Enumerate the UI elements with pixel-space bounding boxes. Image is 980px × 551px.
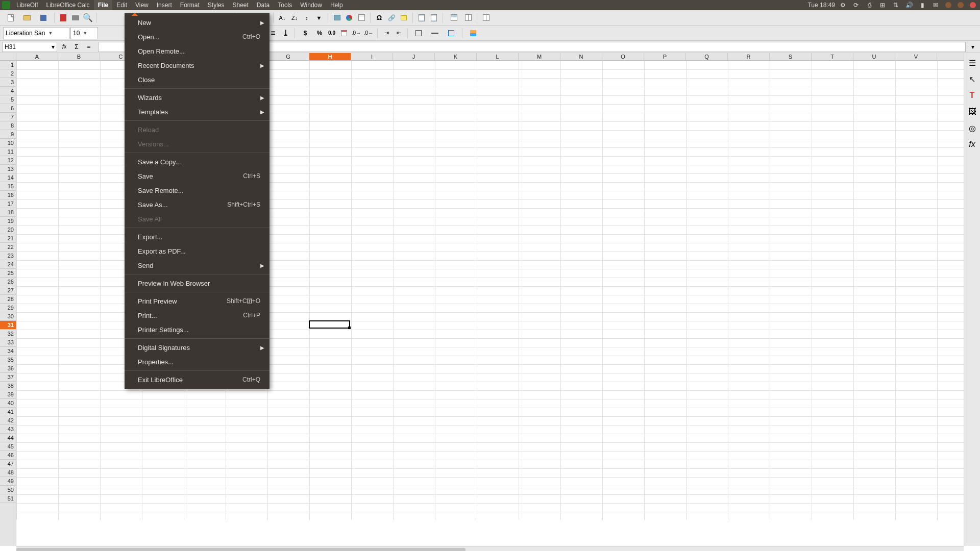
column-header-G[interactable]: G — [267, 53, 309, 60]
row-headers[interactable]: 1234567891011121314151617181920212223242… — [0, 61, 16, 546]
menu-help[interactable]: Help — [326, 0, 347, 10]
file-menu-save-a-copy[interactable]: Save a Copy... — [125, 155, 270, 169]
decrease-indent-button[interactable]: ⇤ — [393, 28, 404, 39]
file-menu-print-preview[interactable]: Print PreviewShift+Ctrl+O — [125, 294, 270, 308]
column-header-H[interactable]: H — [309, 53, 351, 60]
function-wizard-button[interactable]: fx — [59, 42, 69, 52]
row-header-48[interactable]: 48 — [0, 468, 16, 477]
sort-button[interactable]: ↕ — [301, 12, 312, 23]
border-style-button[interactable] — [427, 28, 443, 39]
column-header-O[interactable]: O — [602, 53, 644, 60]
sidebar-gallery-icon[interactable]: 🖼 — [967, 106, 978, 117]
settings-icon[interactable]: ⚙ — [839, 2, 846, 9]
row-header-45[interactable]: 45 — [0, 442, 16, 451]
file-menu-preview-in-web-browser[interactable]: Preview in Web Browser — [125, 276, 270, 290]
row-header-7[interactable]: 7 — [0, 113, 16, 121]
row-header-49[interactable]: 49 — [0, 477, 16, 486]
save-button[interactable] — [36, 12, 51, 23]
row-header-50[interactable]: 50 — [0, 486, 16, 494]
messages-icon[interactable]: ✉ — [932, 2, 939, 9]
add-decimal-button[interactable]: .0→ — [351, 28, 362, 39]
number-format-button[interactable]: 0.0 — [326, 28, 337, 39]
sidebar-functions-icon[interactable]: fx — [967, 139, 978, 150]
print-preview-button[interactable]: 🔍 — [82, 12, 93, 23]
network-icon[interactable]: ⇅ — [892, 2, 899, 9]
row-header-5[interactable]: 5 — [0, 95, 16, 104]
row-header-11[interactable]: 11 — [0, 147, 16, 156]
menu-format[interactable]: Format — [176, 0, 204, 10]
file-menu-close[interactable]: Close — [125, 72, 270, 87]
remove-decimal-button[interactable]: .0← — [363, 28, 374, 39]
row-header-20[interactable]: 20 — [0, 226, 16, 234]
column-header-B[interactable]: B — [58, 53, 100, 60]
menu-view[interactable]: View — [131, 0, 153, 10]
row-header-16[interactable]: 16 — [0, 191, 16, 199]
row-header-15[interactable]: 15 — [0, 182, 16, 191]
file-menu-templates[interactable]: Templates▶ — [125, 105, 270, 119]
file-menu-printer-settings[interactable]: Printer Settings... — [125, 322, 270, 337]
conditional-format-button[interactable] — [465, 28, 481, 39]
split-window-button[interactable] — [462, 12, 474, 23]
column-header-R[interactable]: R — [728, 53, 770, 60]
row-header-3[interactable]: 3 — [0, 78, 16, 87]
insert-hyperlink-button[interactable]: 🔗 — [386, 12, 397, 23]
borders-button[interactable] — [411, 28, 426, 39]
formula-accept-button[interactable]: = — [84, 42, 94, 52]
column-header-T[interactable]: T — [812, 53, 853, 60]
currency-format-button[interactable]: $ — [298, 28, 313, 39]
font-size-combo[interactable]: 10 ▼ — [70, 27, 98, 39]
file-menu-properties[interactable]: Properties... — [125, 355, 270, 369]
file-menu-open[interactable]: Open...Ctrl+O — [125, 30, 270, 44]
row-header-43[interactable]: 43 — [0, 425, 16, 434]
insert-chart-button[interactable] — [344, 12, 355, 23]
horizontal-scrollbar[interactable] — [16, 546, 964, 551]
column-header-A[interactable]: A — [16, 53, 58, 60]
row-header-24[interactable]: 24 — [0, 260, 16, 269]
column-header-P[interactable]: P — [644, 53, 686, 60]
align-bottom-button[interactable]: ⤓ — [280, 28, 291, 39]
row-header-40[interactable]: 40 — [0, 399, 16, 408]
insert-comment-button[interactable] — [398, 12, 409, 23]
headers-footers-button[interactable] — [416, 12, 427, 23]
row-header-30[interactable]: 30 — [0, 312, 16, 321]
file-menu-wizards[interactable]: Wizards▶ — [125, 90, 270, 105]
battery-icon[interactable]: ▮ — [919, 2, 926, 9]
row-header-26[interactable]: 26 — [0, 278, 16, 286]
sidebar-styles-icon[interactable]: T — [967, 90, 978, 101]
row-header-37[interactable]: 37 — [0, 373, 16, 382]
sidebar-properties-icon[interactable]: ☰ — [967, 57, 978, 68]
border-color-button[interactable] — [444, 28, 459, 39]
file-menu-export[interactable]: Export... — [125, 230, 270, 244]
date-format-button[interactable] — [338, 28, 350, 39]
menu-file[interactable]: File — [94, 0, 113, 10]
column-header-L[interactable]: L — [477, 53, 519, 60]
file-menu-save-as[interactable]: Save As...Shift+Ctrl+S — [125, 197, 270, 212]
sidebar-navigator-icon[interactable]: ◎ — [967, 122, 978, 134]
menu-styles[interactable]: Styles — [204, 0, 229, 10]
file-menu-save[interactable]: SaveCtrl+S — [125, 169, 270, 183]
column-header-Q[interactable]: Q — [686, 53, 728, 60]
increase-indent-button[interactable]: ⇥ — [381, 28, 392, 39]
menu-edit[interactable]: Edit — [112, 0, 131, 10]
row-header-22[interactable]: 22 — [0, 243, 16, 252]
row-header-32[interactable]: 32 — [0, 330, 16, 338]
insert-image-button[interactable] — [331, 12, 342, 23]
percent-format-button[interactable]: % — [314, 28, 325, 39]
column-header-N[interactable]: N — [560, 53, 602, 60]
printer-tray-icon[interactable]: ⎙ — [866, 2, 873, 9]
file-menu-open-remote[interactable]: Open Remote... — [125, 44, 270, 58]
open-button[interactable] — [19, 12, 35, 23]
file-menu-print[interactable]: Print...Ctrl+P — [125, 308, 270, 322]
new-document-button[interactable] — [3, 12, 18, 23]
column-header-S[interactable]: S — [770, 53, 812, 60]
row-header-10[interactable]: 10 — [0, 139, 16, 147]
window-close-icon[interactable] — [970, 2, 976, 8]
row-header-13[interactable]: 13 — [0, 165, 16, 173]
system-clock[interactable]: Tue 18:49 — [803, 0, 839, 10]
sidebar-cursor-icon[interactable]: ↖ — [967, 73, 978, 85]
row-header-36[interactable]: 36 — [0, 364, 16, 373]
row-header-41[interactable]: 41 — [0, 408, 16, 416]
row-header-18[interactable]: 18 — [0, 208, 16, 217]
define-print-area-button[interactable] — [428, 12, 439, 23]
row-header-51[interactable]: 51 — [0, 494, 16, 503]
